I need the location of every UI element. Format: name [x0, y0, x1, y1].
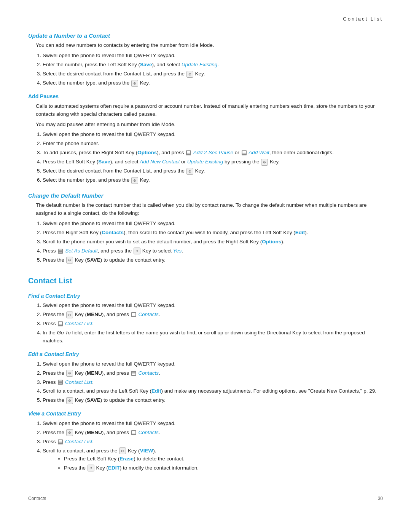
find-contact-steps: Swivel open the phone to reveal the full… — [43, 302, 383, 345]
key-label: SAVE — [87, 397, 100, 403]
footer-left: Contacts — [28, 495, 46, 502]
list-item: Select the number type, and press the ⊙ … — [43, 176, 383, 184]
view-contact-steps: Swivel open the phone to reveal the full… — [43, 420, 383, 472]
menu-icon — [131, 430, 136, 435]
update-number-intro: You can add new numbers to contacts by e… — [36, 42, 383, 50]
list-item: Press the ⊙ Key (SAVE) to update the con… — [43, 256, 383, 264]
key-label: Edit — [151, 388, 161, 394]
list-item: Press the ⊙ Key (MENU), and press Contac… — [43, 369, 383, 377]
section-add-pauses: Add Pauses Calls to automated systems of… — [28, 93, 383, 184]
list-item: Swivel open the phone to reveal the full… — [43, 131, 383, 139]
list-item: Swivel open the phone to reveal the full… — [43, 360, 383, 368]
change-default-title: Change the Default Number — [28, 191, 383, 200]
link-label: Contacts — [139, 370, 159, 376]
menu-icon — [58, 249, 63, 254]
key-icon: ⊙ — [131, 177, 138, 184]
section-change-default: Change the Default Number The default nu… — [28, 191, 383, 264]
list-item: Enter the phone number. — [43, 140, 383, 148]
list-item: Swivel open the phone to reveal the full… — [43, 420, 383, 428]
edit-contact-steps: Swivel open the phone to reveal the full… — [43, 360, 383, 405]
link-label: Contacts — [139, 312, 159, 317]
list-item: Enter the number, press the Left Soft Ke… — [43, 61, 383, 69]
list-item: Press the ⊙ Key (SAVE) to update the con… — [43, 396, 383, 404]
menu-icon — [58, 321, 63, 326]
list-item: Swivel open the phone to reveal the full… — [43, 220, 383, 228]
key-label: Options — [262, 239, 281, 244]
key-label: VIEW — [140, 448, 153, 454]
section-edit-contact: Edit a Contact Entry Swivel open the pho… — [28, 350, 383, 404]
view-contact-title: View a Contact Entry — [28, 410, 383, 418]
section-update-number: Update a Number to a Contact You can add… — [28, 31, 383, 87]
key-icon: ⊙ — [66, 370, 73, 377]
section-view-contact: View a Contact Entry Swivel open the pho… — [28, 410, 383, 472]
key-icon: ⊙ — [186, 71, 193, 78]
list-item: Scroll to a contact, and press the ⊙ Key… — [43, 447, 383, 472]
key-label: Contacts — [102, 230, 124, 235]
key-label: MENU — [87, 370, 102, 376]
list-item: Press Set As Default, and press the ⊙ Ke… — [43, 247, 383, 255]
menu-icon — [58, 439, 63, 444]
list-item: Scroll to a contact, and press the Left … — [43, 387, 383, 395]
key-label: Edit — [295, 230, 305, 235]
list-item: Scroll to the phone number you wish to s… — [43, 238, 383, 246]
change-default-steps: Swivel open the phone to reveal the full… — [43, 220, 383, 264]
link-label: Contact List — [65, 321, 92, 326]
list-item: Press Contact List. — [43, 438, 383, 446]
link-label: Update Existing — [187, 159, 223, 165]
header-title: Contact List — [343, 16, 383, 22]
link-label: Add New Contact — [140, 159, 180, 165]
list-item: Select the desired contact from the Cont… — [43, 70, 383, 78]
key-label: SAVE — [87, 257, 100, 263]
key-label: Save — [98, 159, 110, 165]
link-label: Yes — [173, 248, 182, 254]
key-icon: ⊙ — [66, 312, 73, 318]
list-item: Press Contact List. — [43, 320, 383, 328]
list-item: Press the ⊙ Key (MENU), and press Contac… — [43, 311, 383, 319]
list-item: Press the Left Soft Key (Save), and sele… — [43, 158, 383, 166]
change-default-intro: The default number is the contact number… — [36, 201, 383, 217]
key-label: Save — [140, 62, 152, 67]
edit-contact-title: Edit a Contact Entry — [28, 350, 383, 359]
view-contact-bullets: Press the Left Soft Key (Erase) to delet… — [64, 455, 383, 472]
menu-icon — [58, 380, 63, 385]
section-find-contact: Find a Contact Entry Swivel open the pho… — [28, 292, 383, 345]
key-icon: ⊙ — [66, 429, 73, 436]
add-pauses-intro2: You may add pauses after entering a numb… — [36, 121, 383, 129]
key-label: Erase — [119, 456, 134, 462]
key-icon: ⊙ — [66, 257, 73, 264]
key-icon: ⊙ — [66, 397, 73, 404]
key-label: MENU — [87, 312, 102, 317]
menu-icon — [242, 150, 247, 155]
key-icon: ⊙ — [134, 248, 140, 254]
list-item: Press the ⊙ Key (EDIT) to modify the con… — [64, 464, 383, 472]
list-item: To add pauses, press the Right Soft Key … — [43, 149, 383, 157]
list-item: Press the Right Soft Key (Contacts), the… — [43, 229, 383, 237]
key-icon: ⊙ — [261, 159, 268, 166]
list-item: Press Contact List. — [43, 379, 383, 387]
add-pauses-title: Add Pauses — [28, 93, 383, 101]
list-item: Press the ⊙ Key (MENU), and press Contac… — [43, 429, 383, 437]
list-item: Select the desired contact from the Cont… — [43, 167, 383, 175]
contact-list-section: Contact List Find a Contact Entry Swivel… — [28, 275, 383, 472]
update-number-steps: Swivel open the phone to reveal the full… — [43, 52, 383, 87]
key-icon: ⊙ — [131, 80, 138, 87]
add-pauses-intro: Calls to automated systems often require… — [36, 102, 383, 118]
link-label: Add 2-Sec Pause — [193, 150, 233, 155]
link-label: Contact List — [65, 379, 92, 385]
key-label: EDIT — [108, 465, 120, 471]
link-label: Add Wait — [249, 150, 269, 155]
menu-icon — [186, 150, 191, 155]
link-label: Contacts — [139, 430, 159, 435]
key-icon: ⊙ — [186, 168, 193, 175]
list-item: Swivel open the phone to reveal the full… — [43, 52, 383, 60]
list-item: Swivel open the phone to reveal the full… — [43, 302, 383, 310]
key-icon: ⊙ — [119, 447, 126, 454]
list-item: In the Go To field, enter the first lett… — [43, 329, 383, 345]
footer-right: 30 — [378, 495, 383, 502]
key-label: MENU — [87, 430, 102, 435]
field-label: Go To — [57, 330, 71, 335]
menu-icon — [131, 312, 136, 317]
menu-icon — [131, 371, 136, 376]
contact-list-heading: Contact List — [28, 275, 383, 287]
find-contact-title: Find a Contact Entry — [28, 292, 383, 300]
